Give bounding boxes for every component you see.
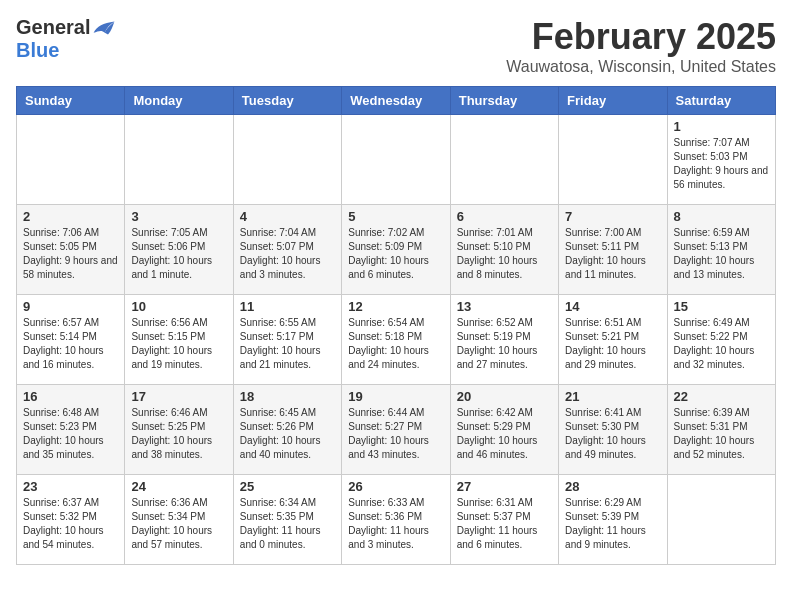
day-number: 1 xyxy=(674,119,769,134)
calendar-week-row: 23Sunrise: 6:37 AMSunset: 5:32 PMDayligh… xyxy=(17,475,776,565)
calendar-cell: 19Sunrise: 6:44 AMSunset: 5:27 PMDayligh… xyxy=(342,385,450,475)
calendar-cell xyxy=(667,475,775,565)
calendar-week-row: 9Sunrise: 6:57 AMSunset: 5:14 PMDaylight… xyxy=(17,295,776,385)
day-number: 19 xyxy=(348,389,443,404)
day-number: 24 xyxy=(131,479,226,494)
day-number: 4 xyxy=(240,209,335,224)
day-detail: Sunrise: 6:36 AMSunset: 5:34 PMDaylight:… xyxy=(131,497,212,550)
calendar-cell: 1Sunrise: 7:07 AMSunset: 5:03 PMDaylight… xyxy=(667,115,775,205)
calendar-week-row: 1Sunrise: 7:07 AMSunset: 5:03 PMDaylight… xyxy=(17,115,776,205)
day-detail: Sunrise: 7:00 AMSunset: 5:11 PMDaylight:… xyxy=(565,227,646,280)
calendar-cell: 21Sunrise: 6:41 AMSunset: 5:30 PMDayligh… xyxy=(559,385,667,475)
day-number: 28 xyxy=(565,479,660,494)
day-number: 27 xyxy=(457,479,552,494)
day-detail: Sunrise: 7:06 AMSunset: 5:05 PMDaylight:… xyxy=(23,227,118,280)
title-area: February 2025 Wauwatosa, Wisconsin, Unit… xyxy=(506,16,776,76)
calendar-week-row: 2Sunrise: 7:06 AMSunset: 5:05 PMDaylight… xyxy=(17,205,776,295)
day-number: 16 xyxy=(23,389,118,404)
month-title: February 2025 xyxy=(506,16,776,58)
day-number: 23 xyxy=(23,479,118,494)
day-detail: Sunrise: 6:33 AMSunset: 5:36 PMDaylight:… xyxy=(348,497,429,550)
day-number: 3 xyxy=(131,209,226,224)
day-number: 5 xyxy=(348,209,443,224)
day-number: 11 xyxy=(240,299,335,314)
day-detail: Sunrise: 6:29 AMSunset: 5:39 PMDaylight:… xyxy=(565,497,646,550)
day-number: 13 xyxy=(457,299,552,314)
logo-blue: Blue xyxy=(16,39,59,62)
calendar-cell: 6Sunrise: 7:01 AMSunset: 5:10 PMDaylight… xyxy=(450,205,558,295)
day-number: 7 xyxy=(565,209,660,224)
day-detail: Sunrise: 6:42 AMSunset: 5:29 PMDaylight:… xyxy=(457,407,538,460)
calendar-cell: 2Sunrise: 7:06 AMSunset: 5:05 PMDaylight… xyxy=(17,205,125,295)
day-detail: Sunrise: 6:51 AMSunset: 5:21 PMDaylight:… xyxy=(565,317,646,370)
calendar-cell xyxy=(450,115,558,205)
day-detail: Sunrise: 6:46 AMSunset: 5:25 PMDaylight:… xyxy=(131,407,212,460)
location: Wauwatosa, Wisconsin, United States xyxy=(506,58,776,76)
day-number: 2 xyxy=(23,209,118,224)
day-detail: Sunrise: 6:37 AMSunset: 5:32 PMDaylight:… xyxy=(23,497,104,550)
calendar-cell: 9Sunrise: 6:57 AMSunset: 5:14 PMDaylight… xyxy=(17,295,125,385)
day-detail: Sunrise: 6:56 AMSunset: 5:15 PMDaylight:… xyxy=(131,317,212,370)
calendar-cell xyxy=(125,115,233,205)
column-header-tuesday: Tuesday xyxy=(233,87,341,115)
day-detail: Sunrise: 6:31 AMSunset: 5:37 PMDaylight:… xyxy=(457,497,538,550)
day-detail: Sunrise: 6:59 AMSunset: 5:13 PMDaylight:… xyxy=(674,227,755,280)
column-header-friday: Friday xyxy=(559,87,667,115)
calendar-header-row: SundayMondayTuesdayWednesdayThursdayFrid… xyxy=(17,87,776,115)
day-number: 22 xyxy=(674,389,769,404)
day-number: 12 xyxy=(348,299,443,314)
calendar-cell xyxy=(342,115,450,205)
day-detail: Sunrise: 6:49 AMSunset: 5:22 PMDaylight:… xyxy=(674,317,755,370)
day-detail: Sunrise: 7:07 AMSunset: 5:03 PMDaylight:… xyxy=(674,137,769,190)
calendar-cell: 5Sunrise: 7:02 AMSunset: 5:09 PMDaylight… xyxy=(342,205,450,295)
calendar-cell: 11Sunrise: 6:55 AMSunset: 5:17 PMDayligh… xyxy=(233,295,341,385)
day-detail: Sunrise: 7:04 AMSunset: 5:07 PMDaylight:… xyxy=(240,227,321,280)
calendar-cell: 16Sunrise: 6:48 AMSunset: 5:23 PMDayligh… xyxy=(17,385,125,475)
calendar-cell: 23Sunrise: 6:37 AMSunset: 5:32 PMDayligh… xyxy=(17,475,125,565)
day-detail: Sunrise: 6:54 AMSunset: 5:18 PMDaylight:… xyxy=(348,317,429,370)
calendar-cell xyxy=(559,115,667,205)
logo-bird-icon xyxy=(92,18,116,38)
calendar-cell: 7Sunrise: 7:00 AMSunset: 5:11 PMDaylight… xyxy=(559,205,667,295)
logo: General Blue xyxy=(16,16,116,62)
calendar-cell: 26Sunrise: 6:33 AMSunset: 5:36 PMDayligh… xyxy=(342,475,450,565)
calendar-cell: 13Sunrise: 6:52 AMSunset: 5:19 PMDayligh… xyxy=(450,295,558,385)
calendar-cell: 8Sunrise: 6:59 AMSunset: 5:13 PMDaylight… xyxy=(667,205,775,295)
day-detail: Sunrise: 6:52 AMSunset: 5:19 PMDaylight:… xyxy=(457,317,538,370)
day-number: 8 xyxy=(674,209,769,224)
logo-general: General xyxy=(16,16,90,39)
day-detail: Sunrise: 6:48 AMSunset: 5:23 PMDaylight:… xyxy=(23,407,104,460)
day-number: 15 xyxy=(674,299,769,314)
calendar-cell: 25Sunrise: 6:34 AMSunset: 5:35 PMDayligh… xyxy=(233,475,341,565)
column-header-saturday: Saturday xyxy=(667,87,775,115)
calendar-cell: 18Sunrise: 6:45 AMSunset: 5:26 PMDayligh… xyxy=(233,385,341,475)
column-header-sunday: Sunday xyxy=(17,87,125,115)
calendar-cell: 20Sunrise: 6:42 AMSunset: 5:29 PMDayligh… xyxy=(450,385,558,475)
calendar-cell: 4Sunrise: 7:04 AMSunset: 5:07 PMDaylight… xyxy=(233,205,341,295)
calendar-cell: 12Sunrise: 6:54 AMSunset: 5:18 PMDayligh… xyxy=(342,295,450,385)
day-number: 9 xyxy=(23,299,118,314)
day-detail: Sunrise: 6:57 AMSunset: 5:14 PMDaylight:… xyxy=(23,317,104,370)
day-detail: Sunrise: 7:02 AMSunset: 5:09 PMDaylight:… xyxy=(348,227,429,280)
calendar-cell: 27Sunrise: 6:31 AMSunset: 5:37 PMDayligh… xyxy=(450,475,558,565)
day-number: 10 xyxy=(131,299,226,314)
day-number: 17 xyxy=(131,389,226,404)
day-number: 26 xyxy=(348,479,443,494)
calendar-week-row: 16Sunrise: 6:48 AMSunset: 5:23 PMDayligh… xyxy=(17,385,776,475)
calendar-cell xyxy=(17,115,125,205)
day-detail: Sunrise: 6:55 AMSunset: 5:17 PMDaylight:… xyxy=(240,317,321,370)
calendar-cell: 22Sunrise: 6:39 AMSunset: 5:31 PMDayligh… xyxy=(667,385,775,475)
day-detail: Sunrise: 7:05 AMSunset: 5:06 PMDaylight:… xyxy=(131,227,212,280)
day-number: 14 xyxy=(565,299,660,314)
calendar-cell: 15Sunrise: 6:49 AMSunset: 5:22 PMDayligh… xyxy=(667,295,775,385)
calendar-cell: 3Sunrise: 7:05 AMSunset: 5:06 PMDaylight… xyxy=(125,205,233,295)
day-detail: Sunrise: 7:01 AMSunset: 5:10 PMDaylight:… xyxy=(457,227,538,280)
calendar-cell: 10Sunrise: 6:56 AMSunset: 5:15 PMDayligh… xyxy=(125,295,233,385)
day-number: 18 xyxy=(240,389,335,404)
column-header-thursday: Thursday xyxy=(450,87,558,115)
page-header: General Blue February 2025 Wauwatosa, Wi… xyxy=(16,16,776,76)
calendar-cell: 14Sunrise: 6:51 AMSunset: 5:21 PMDayligh… xyxy=(559,295,667,385)
day-detail: Sunrise: 6:45 AMSunset: 5:26 PMDaylight:… xyxy=(240,407,321,460)
day-detail: Sunrise: 6:41 AMSunset: 5:30 PMDaylight:… xyxy=(565,407,646,460)
day-number: 20 xyxy=(457,389,552,404)
